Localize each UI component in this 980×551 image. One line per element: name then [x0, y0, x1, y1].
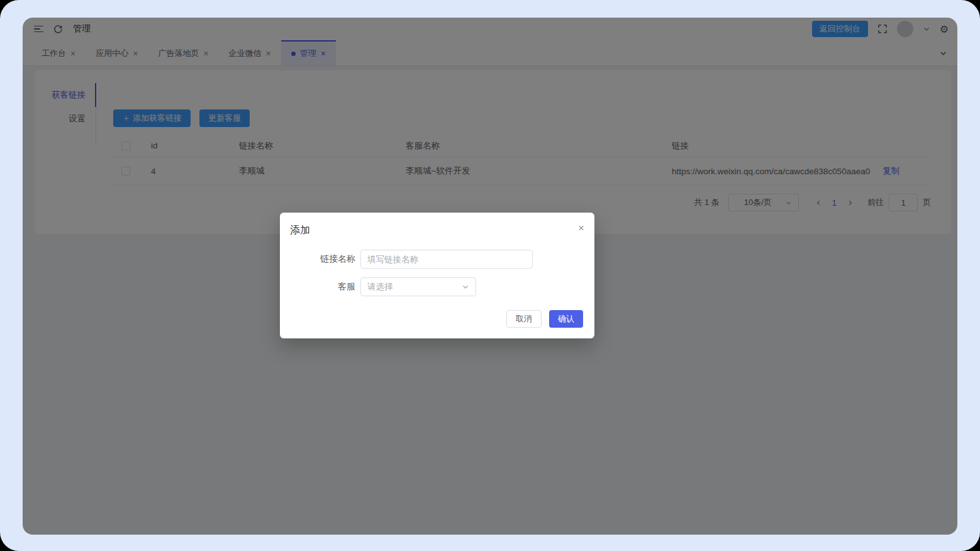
chevron-down-icon: [462, 283, 469, 291]
confirm-button[interactable]: 确认: [549, 310, 583, 328]
form-row-link-name: 链接名称: [280, 250, 533, 269]
link-name-label: 链接名称: [280, 253, 355, 265]
service-select[interactable]: 请选择: [360, 277, 476, 296]
cancel-button[interactable]: 取消: [506, 310, 542, 328]
dialog-title: 添加: [290, 224, 310, 237]
dialog-close-icon[interactable]: ×: [578, 223, 584, 233]
link-name-input[interactable]: [360, 250, 533, 269]
form-row-service: 客服 请选择: [280, 277, 476, 296]
add-dialog: 添加 × 链接名称 客服 请选择 取消 确认: [280, 213, 594, 338]
dialog-footer: 取消 确认: [506, 310, 583, 328]
service-label: 客服: [280, 281, 355, 292]
screen: 管理 返回控制台 ⚙ 工作台 ×: [0, 0, 980, 551]
